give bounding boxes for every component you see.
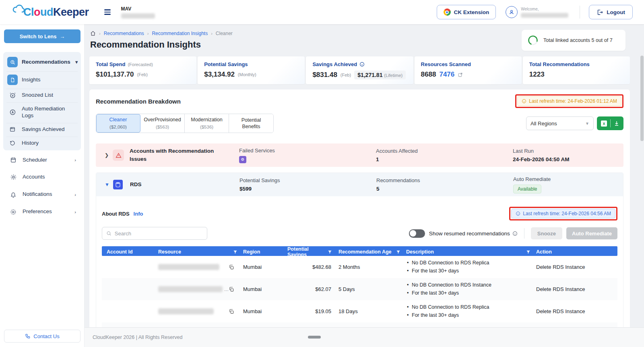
category-tabs: Cleaner ($2,060) OverProvisioned ($563) … [96, 114, 274, 133]
switch-to-lens-button[interactable]: Switch to Lens → [4, 29, 80, 43]
contact-us-button[interactable]: Contact Us [4, 330, 80, 343]
recommendation-breakdown-panel: Recommendation Breakdown Last refresh ti… [89, 89, 630, 327]
resource-name-redacted [158, 308, 214, 314]
stat-card-resources-scanned: Resources Scanned 8688 7476 [415, 56, 522, 84]
table-row[interactable]: Mumbai $19.05 18 Days No DB Connection t… [102, 300, 617, 322]
tab-cleaner[interactable]: Cleaner ($2,060) [96, 114, 140, 133]
table-row[interactable]: Mumbai $482.68 2 Months No DB Connection… [102, 256, 617, 278]
search-input[interactable] [115, 231, 203, 237]
sidebar-nav: Recommendations ▼ Insights Snoozed List [3, 52, 81, 219]
info-icon [522, 99, 526, 104]
search-icon [106, 231, 111, 236]
rds-section: ▼ RDS Potential Savings $599 Recommendat… [96, 172, 623, 327]
stat-card-total-recommendations: Total Recommendations 1223 [523, 56, 630, 84]
scheduler-icon [8, 157, 19, 163]
copy-icon[interactable] [229, 287, 243, 292]
client-name: MAV [121, 6, 155, 12]
sidebar-item-history[interactable]: History [6, 137, 78, 150]
recommendations-icon [7, 57, 18, 67]
horizontal-scrollbar-thumb[interactable] [308, 336, 321, 339]
sidebar-item-notifications[interactable]: Notifications › [3, 187, 81, 202]
recommendations-group: Recommendations ▼ Insights Snoozed List [3, 52, 81, 150]
chevron-down-icon: ▼ [74, 60, 79, 64]
logout-icon [597, 9, 603, 16]
recommendations-table: Account Id Resource Region Potential Sav… [102, 246, 617, 327]
chevron-right-icon: › [74, 192, 76, 197]
issues-row-title: Accounts with Recommendation Issues [130, 147, 239, 163]
accounts-gear-icon [8, 174, 19, 181]
info-link[interactable]: Info [134, 211, 143, 217]
failed-services: Failed Services ⚙ [239, 148, 376, 163]
chevron-down-icon: ▼ [585, 121, 589, 126]
breakdown-title: Recommendation Breakdown [96, 98, 181, 105]
vertical-scrollbar-thumb[interactable] [640, 56, 644, 141]
ck-extension-button[interactable]: CK Extension [437, 5, 496, 19]
filter-icon[interactable] [396, 250, 400, 254]
download-icon[interactable] [611, 121, 623, 126]
home-icon[interactable] [90, 31, 96, 36]
breadcrumb-recommendation-insights[interactable]: Recommendation Insights [152, 31, 208, 36]
username-redacted [521, 13, 568, 18]
filter-icon[interactable] [328, 250, 332, 254]
history-icon [7, 140, 18, 146]
lifetime-savings-badge: $1,271.81 (Lifetime) [354, 71, 406, 79]
rds-auto-remediate: Auto Remediate Available [513, 176, 621, 193]
page-footer: CloudKeeper 2026 | All Rights Reserved [85, 327, 644, 347]
available-badge: Available [513, 185, 541, 193]
copy-icon[interactable] [229, 309, 243, 314]
chevron-right-icon: › [74, 210, 76, 214]
sidebar-item-recommendations[interactable]: Recommendations ▼ [3, 54, 81, 71]
filter-icon[interactable] [526, 250, 530, 254]
stat-card-savings-achieved: Savings Achieved $831.48(Feb) $1,271.81 … [306, 56, 413, 84]
region-filter-select[interactable]: All Regions ▼ [526, 116, 594, 130]
last-refresh-badge-breakdown: Last refresh time: 24-Feb-2026 01:12 AM [517, 96, 621, 106]
sidebar-item-savings-achieved[interactable]: Savings Achieved [6, 123, 78, 136]
sidebar-item-preferences[interactable]: Preferences › [3, 204, 81, 219]
preferences-icon [8, 209, 19, 215]
auto-remediate-button[interactable]: Auto Remediate [566, 227, 617, 239]
collapse-rds-chevron-icon[interactable]: ▼ [101, 182, 113, 187]
sidebar-item-auto-remediation-logs[interactable]: Auto Remediation Logs [6, 102, 78, 122]
hamburger-menu-icon[interactable] [104, 9, 111, 15]
last-run: Last Run 24-Feb-2026 04:50 AM [513, 148, 622, 162]
toggle-label: Show resumed recommendations [429, 231, 510, 237]
tab-potential-benefits[interactable]: Potential Benefits [229, 114, 273, 133]
phone-icon [25, 333, 31, 339]
rds-title: RDS [130, 181, 239, 189]
sidebar-item-insights[interactable]: Insights [6, 71, 78, 88]
last-refresh-badge-rds: Last refresh time: 24-Feb-2026 04:56 AM [511, 209, 615, 218]
expand-issues-chevron-icon[interactable]: ❯ [101, 152, 113, 158]
failed-service-icon[interactable]: ⚙ [239, 156, 246, 163]
table-row[interactable]: ... Mumbai $62.07 5 Days No DB Connectio… [102, 278, 617, 300]
info-icon [516, 211, 520, 216]
tab-modernization[interactable]: Modernization ($536) [185, 114, 229, 133]
chevron-right-icon: › [74, 158, 76, 162]
linked-accounts-card: Total linked accounts 5 out of 7 [522, 30, 625, 51]
sidebar-item-snoozed-list[interactable]: Snoozed List [6, 89, 78, 102]
accounts-issues-row: ❯ Accounts with Recommendation Issues Fa… [96, 143, 623, 167]
sidebar: Switch to Lens → Recommendations ▼ Insig… [0, 24, 85, 347]
savings-achieved-icon [7, 126, 18, 133]
excel-icon[interactable]: x [598, 121, 610, 127]
snooze-button[interactable]: Snooze [531, 227, 562, 239]
logout-button[interactable]: Logout [589, 5, 633, 19]
show-resumed-toggle[interactable] [409, 229, 425, 238]
user-info[interactable]: Welcome, [506, 6, 568, 18]
external-link-icon[interactable] [458, 72, 463, 77]
insights-icon [7, 75, 18, 85]
filter-icon[interactable] [233, 250, 237, 254]
export-excel-button[interactable]: x [597, 116, 623, 130]
table-row[interactable]: Mumbai $17.74 3 Days No DB Connection to… [102, 322, 617, 327]
info-icon[interactable] [512, 231, 518, 236]
sidebar-item-scheduler[interactable]: Scheduler › [3, 153, 81, 168]
info-icon[interactable] [359, 62, 365, 67]
sidebar-item-accounts[interactable]: Accounts [3, 170, 81, 185]
breadcrumb-cleaner: Cleaner [216, 31, 233, 36]
auto-remediation-icon [7, 109, 18, 116]
search-box[interactable] [102, 227, 207, 240]
logo-text: Cl [23, 6, 34, 19]
breadcrumb-recommendations[interactable]: Recommendations [104, 31, 144, 36]
copy-icon[interactable] [229, 264, 243, 270]
cloudkeeper-logo: CloudKeeper [12, 6, 89, 19]
tab-overprovisioned[interactable]: OverProvisioned ($563) [140, 114, 185, 133]
